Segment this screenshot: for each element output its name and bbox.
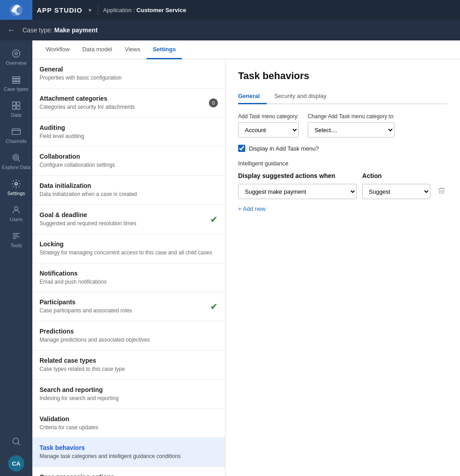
- settings-item-data-initialization[interactable]: Data initialization Data initialization …: [32, 176, 225, 205]
- settings-item-desc: Case participants and associated roles: [40, 307, 207, 315]
- settings-item-title: Validation: [40, 415, 218, 423]
- delete-guidance-button[interactable]: [436, 185, 447, 198]
- settings-item-title: Notifications: [40, 270, 218, 277]
- tab-settings[interactable]: Settings: [146, 40, 182, 59]
- tab-workflow[interactable]: Workflow: [40, 40, 76, 59]
- settings-item-attachment-categories[interactable]: Attachment categories Categories and sec…: [32, 89, 225, 118]
- sidebar-item-label: Explore Data: [2, 165, 31, 170]
- svg-point-14: [15, 182, 18, 185]
- svg-rect-2: [13, 77, 20, 79]
- settings-item-desc: Case types related to this case type: [40, 365, 218, 373]
- tabs-bar: Workflow Data model Views Settings: [32, 40, 460, 59]
- settings-item-desc: Manage task categories and intelligent g…: [40, 453, 218, 460]
- sidebar-item-label: Channels: [6, 138, 27, 144]
- sub-tab-security-display[interactable]: Security and display: [274, 89, 333, 104]
- change-label: Change Add Task menu category to:: [308, 113, 394, 120]
- sub-nav: ← Case type: Make payment: [0, 20, 460, 40]
- sidebar-item-label: Data: [11, 112, 21, 118]
- sidebar-item-label: Case types: [4, 86, 28, 92]
- settings-item-general[interactable]: General Properties with basic configurat…: [32, 59, 225, 89]
- tab-views[interactable]: Views: [119, 40, 146, 59]
- settings-item-predictions[interactable]: Predictions Manage predictions and assoc…: [32, 321, 225, 351]
- guidance-col2-label: Action: [362, 172, 382, 179]
- settings-item-title: Goal & deadline: [40, 211, 207, 218]
- sidebar-item-overview[interactable]: Overview: [0, 44, 32, 70]
- back-button[interactable]: ←: [7, 26, 15, 35]
- data-icon: [11, 101, 21, 111]
- settings-item-desc: Suggested and required resolution times: [40, 220, 207, 227]
- settings-item-title: Auditing: [40, 124, 218, 131]
- add-task-label: Add Task menu category:: [238, 113, 299, 120]
- search-icon: [11, 436, 21, 446]
- avatar: CA: [8, 455, 24, 472]
- settings-item-case-processing[interactable]: Case processing options Enable preconfig…: [32, 467, 225, 476]
- settings-item-locking[interactable]: Locking Strategy for managing concurrent…: [32, 234, 225, 263]
- settings-item-validation[interactable]: Validation Criteria for case updates: [32, 409, 225, 438]
- settings-item-desc: Manage predictions and associated object…: [40, 336, 218, 344]
- case-type-label: Case type: Make payment: [22, 27, 97, 34]
- sidebar-item-users[interactable]: Users: [0, 200, 32, 227]
- settings-item-desc: Field level auditing: [40, 133, 218, 140]
- studio-dropdown[interactable]: ▾: [87, 7, 93, 13]
- settings-item-collaboration[interactable]: Collaboration Configure collaboration se…: [32, 147, 225, 176]
- display-checkbox[interactable]: [238, 145, 245, 152]
- settings-item-title: Related case types: [40, 357, 218, 364]
- content-area: General Properties with basic configurat…: [32, 59, 460, 476]
- users-icon: [11, 205, 21, 215]
- attachment-badge: 0: [209, 98, 218, 107]
- settings-item-title: General: [40, 66, 218, 73]
- tools-icon: [11, 231, 21, 241]
- svg-point-1: [15, 52, 18, 55]
- change-task-group: Change Add Task menu category to: Select…: [308, 113, 394, 138]
- sidebar-item-explore-data[interactable]: Explore Data: [0, 148, 32, 174]
- sub-tab-general[interactable]: General: [238, 89, 267, 104]
- settings-item-related-case-types[interactable]: Related case types Case types related to…: [32, 351, 225, 380]
- settings-item-goal-deadline[interactable]: Goal & deadline Suggested and required r…: [32, 205, 225, 234]
- task-menu-form-row: Add Task menu category: Account Change A…: [238, 113, 447, 138]
- action-select[interactable]: Suggest: [362, 184, 430, 199]
- settings-item-participants[interactable]: Participants Case participants and assoc…: [32, 292, 225, 321]
- sidebar-item-channels[interactable]: Channels: [0, 122, 32, 148]
- display-checkbox-label[interactable]: Display in Add Task menu?: [249, 145, 319, 152]
- svg-rect-8: [17, 106, 20, 109]
- svg-rect-6: [17, 102, 20, 105]
- change-task-select[interactable]: Select....: [308, 122, 394, 138]
- settings-item-desc: Configure collaboration settings: [40, 161, 218, 169]
- settings-item-desc: Email and push notifications: [40, 278, 218, 286]
- sidebar-item-tools[interactable]: Tools: [0, 227, 32, 253]
- add-new-button[interactable]: + Add new: [238, 203, 265, 215]
- sidebar-item-label: Overview: [6, 60, 27, 66]
- settings-item-notifications[interactable]: Notifications Email and push notificatio…: [32, 263, 225, 293]
- settings-icon: [11, 179, 21, 189]
- sidebar-item-search[interactable]: [0, 432, 32, 451]
- svg-point-11: [13, 155, 19, 160]
- sidebar-item-avatar[interactable]: CA: [0, 451, 32, 476]
- svg-point-12: [14, 156, 17, 159]
- sidebar-item-settings[interactable]: Settings: [0, 174, 32, 200]
- settings-item-title: Predictions: [40, 328, 218, 335]
- sidebar-item-data[interactable]: Data: [0, 96, 32, 122]
- main-layout: Overview Case types Data: [0, 40, 460, 476]
- settings-item-auditing[interactable]: Auditing Field level auditing: [32, 118, 225, 147]
- detail-inner: Task behaviors General Security and disp…: [226, 59, 460, 476]
- tab-data-model[interactable]: Data model: [76, 40, 118, 59]
- settings-item-title: Locking: [40, 240, 218, 248]
- svg-rect-5: [13, 102, 16, 105]
- top-nav: APP STUDIO ▾ Application : Customer Serv…: [0, 0, 460, 20]
- settings-item-title: Attachment categories: [40, 95, 205, 102]
- settings-item-title: Data initialization: [40, 182, 218, 189]
- condition-select[interactable]: Suggest make payment: [238, 184, 357, 199]
- svg-point-15: [14, 207, 18, 210]
- guidance-row: Suggest make payment Suggest: [238, 184, 447, 199]
- svg-point-0: [13, 50, 20, 58]
- settings-item-desc: Properties with basic configuration: [40, 74, 218, 82]
- settings-item-search-reporting[interactable]: Search and reporting Indexing for search…: [32, 380, 225, 409]
- detail-title: Task behaviors: [238, 70, 447, 82]
- sidebar-item-label: Users: [10, 217, 23, 222]
- add-task-select[interactable]: Account: [238, 122, 299, 138]
- sidebar-item-case-types[interactable]: Case types: [0, 70, 32, 96]
- overview-icon: [11, 49, 21, 58]
- settings-item-task-behaviors[interactable]: Task behaviors Manage task categories an…: [32, 438, 225, 467]
- settings-item-title: Task behaviors: [40, 444, 218, 451]
- settings-item-desc: Data initialization when a case is creat…: [40, 191, 218, 198]
